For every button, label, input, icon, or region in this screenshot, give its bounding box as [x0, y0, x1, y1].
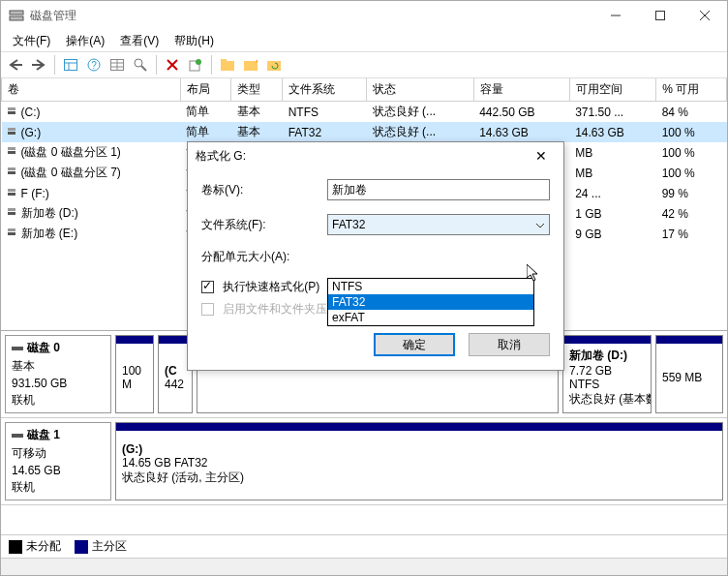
drive-icon	[8, 132, 15, 135]
format-dialog: 格式化 G: ✕ 卷标(V): 文件系统(F): FAT32 分配单元大小(A)…	[187, 141, 564, 371]
label-alloc: 分配单元大小(A):	[201, 249, 327, 265]
panel-icon[interactable]	[60, 54, 81, 76]
partition[interactable]: 559 MB	[655, 335, 723, 413]
app-icon	[9, 8, 24, 23]
grid-icon[interactable]	[106, 54, 128, 76]
close-button[interactable]	[682, 1, 727, 30]
status-bar	[1, 558, 727, 575]
fs-option-exfat[interactable]: exFAT	[328, 310, 533, 325]
disk-info-1[interactable]: 磁盘 1 可移动 14.65 GB 联机	[5, 422, 111, 500]
column-header[interactable]: 类型	[231, 78, 283, 102]
minimize-button[interactable]	[593, 1, 638, 30]
label-filesystem: 文件系统(F):	[201, 217, 327, 233]
column-header[interactable]: % 可用	[656, 78, 727, 102]
dialog-title: 格式化 G:	[196, 148, 246, 165]
cancel-button[interactable]: 取消	[469, 333, 550, 356]
partition[interactable]: 新加卷 (D:) 7.72 GB NTFS 状态良好 (基本数据	[562, 335, 652, 413]
column-header[interactable]: 布局	[180, 78, 231, 102]
back-icon[interactable]	[5, 54, 26, 76]
column-header[interactable]: 卷	[2, 78, 181, 102]
filesystem-dropdown: NTFS FAT32 exFAT	[327, 278, 534, 326]
drive-icon	[8, 151, 15, 154]
menubar: 文件(F) 操作(A) 查看(V) 帮助(H)	[1, 30, 727, 51]
menu-file[interactable]: 文件(F)	[5, 31, 58, 51]
drive-icon	[8, 232, 15, 235]
drive-icon	[8, 193, 15, 196]
quick-format-label: 执行快速格式化(P)	[223, 280, 319, 293]
svg-rect-24	[221, 59, 227, 63]
partition[interactable]: 100 M	[115, 335, 154, 413]
legend-unallocated-icon	[9, 540, 22, 554]
svg-text:?: ?	[91, 60, 97, 71]
column-header[interactable]: 状态	[367, 78, 473, 102]
drive-icon	[8, 212, 15, 215]
fs-option-ntfs[interactable]: NTFS	[328, 279, 533, 294]
help-icon[interactable]: ?	[83, 54, 105, 76]
quick-format-checkbox[interactable]	[201, 281, 214, 293]
disk-icon	[12, 434, 23, 438]
svg-rect-3	[656, 12, 665, 20]
svg-point-17	[135, 59, 142, 67]
column-header[interactable]: 容量	[473, 78, 569, 102]
toolbar: ? ✦	[1, 51, 727, 78]
folder-new-icon[interactable]: ✦	[240, 54, 261, 76]
svg-rect-8	[65, 60, 77, 71]
legend: 未分配 主分区	[1, 534, 727, 558]
titlebar: 磁盘管理	[1, 1, 727, 30]
properties-icon[interactable]	[185, 54, 206, 76]
volume-row[interactable]: (G:)简单基本FAT32状态良好 (...14.63 GB14.63 GB10…	[2, 122, 727, 142]
volume-label-input[interactable]	[327, 179, 550, 200]
disk-row-1: 磁盘 1 可移动 14.65 GB 联机 (G:) 14.65 GB FAT32…	[1, 418, 727, 505]
svg-point-22	[196, 59, 201, 65]
volume-row[interactable]: (C:)简单基本NTFS状态良好 (...442.50 GB371.50 ...…	[2, 102, 727, 123]
window-title: 磁盘管理	[30, 8, 593, 24]
menu-view[interactable]: 查看(V)	[112, 31, 167, 51]
svg-rect-27	[267, 61, 281, 71]
label-volume: 卷标(V):	[201, 182, 327, 198]
chevron-down-icon	[535, 220, 545, 233]
menu-help[interactable]: 帮助(H)	[167, 31, 222, 51]
drive-icon	[8, 111, 15, 114]
search-icon[interactable]	[130, 54, 151, 76]
column-header[interactable]: 文件系统	[283, 78, 367, 102]
ok-button[interactable]: 确定	[374, 333, 455, 356]
folder-icon[interactable]	[217, 54, 238, 76]
column-header[interactable]: 可用空间	[569, 78, 655, 102]
disk-info-0[interactable]: 磁盘 0 基本 931.50 GB 联机	[5, 335, 111, 413]
svg-text:✦: ✦	[255, 59, 258, 66]
dialog-close-button[interactable]: ✕	[527, 148, 556, 164]
svg-rect-1	[10, 16, 23, 20]
delete-icon[interactable]	[162, 54, 183, 76]
disk-icon	[12, 347, 23, 350]
forward-icon[interactable]	[28, 54, 49, 76]
drive-icon	[8, 171, 15, 174]
fs-option-fat32[interactable]: FAT32	[328, 294, 533, 310]
partition-g[interactable]: (G:) 14.65 GB FAT32 状态良好 (活动, 主分区)	[115, 422, 723, 500]
folder-refresh-icon[interactable]	[263, 54, 285, 76]
svg-rect-0	[10, 11, 23, 15]
legend-primary-icon	[75, 540, 88, 554]
disk-management-window: 磁盘管理 文件(F) 操作(A) 查看(V) 帮助(H) ? ✦ 卷布局类型文件…	[0, 0, 728, 576]
svg-line-18	[141, 66, 146, 71]
menu-action[interactable]: 操作(A)	[58, 31, 112, 51]
maximize-button[interactable]	[638, 1, 682, 30]
compression-checkbox	[201, 303, 214, 316]
filesystem-select[interactable]: FAT32	[327, 214, 550, 235]
